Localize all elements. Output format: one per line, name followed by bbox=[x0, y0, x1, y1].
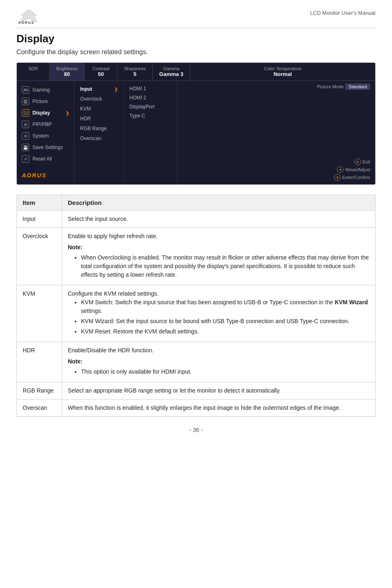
page-number: - 36 - bbox=[189, 427, 203, 433]
table-row: HDR Enable/Disable the HDR function. Not… bbox=[17, 342, 376, 382]
picture-mode-label: Picture Mode bbox=[317, 84, 344, 89]
move-icon: ⊕ bbox=[337, 166, 344, 173]
table-row: KVM Configure the KVM related settings. … bbox=[17, 285, 376, 342]
menu-item-reset[interactable]: ↺ Reset All bbox=[17, 153, 74, 165]
osd-tab-sdr[interactable]: SDR bbox=[17, 63, 50, 80]
osd-tab-brightness[interactable]: Brightness 80 bbox=[50, 63, 85, 80]
option-hdmi2[interactable]: HDMI 2 bbox=[124, 93, 177, 102]
picture-mode-value: Standard bbox=[345, 83, 370, 90]
display-arrow-icon bbox=[66, 111, 69, 115]
control-move: ⊕ Move/Adjust bbox=[337, 166, 370, 173]
osd-tab-color-temp[interactable]: Color Temperature Normal bbox=[190, 63, 375, 80]
gaming-icon: 🎮 bbox=[22, 86, 29, 94]
option-typec[interactable]: Type-C bbox=[124, 111, 177, 120]
picture-mode-bar: Picture Mode Standard bbox=[317, 83, 370, 90]
menu-item-picture[interactable]: 🖼 Picture bbox=[17, 96, 74, 107]
submenu-label-input: Input bbox=[80, 86, 92, 92]
aorus-logo: AORUS bbox=[16, 8, 41, 25]
osd-content: 🎮 Gaming 🖼 Picture ⬛ Display ⊞ PIP/PBP ⚙… bbox=[17, 81, 375, 184]
menu-item-pip[interactable]: ⊞ PIP/PBP bbox=[17, 119, 74, 130]
submenu-hdr[interactable]: HDR bbox=[74, 114, 123, 124]
overclock-note: Note: bbox=[68, 243, 369, 252]
control-move-label: Move/Adjust bbox=[345, 167, 370, 172]
menu-label-display: Display bbox=[32, 110, 50, 116]
menu-label-system: System bbox=[32, 133, 49, 139]
row-item-input: Input bbox=[17, 211, 62, 228]
table-row: Input Select the input source. bbox=[17, 211, 376, 228]
reset-icon: ↺ bbox=[22, 155, 29, 163]
logo-area: AORUS bbox=[16, 8, 41, 25]
page-header: AORUS LCD Monitor User's Manual bbox=[16, 8, 376, 28]
row-desc-hdr: Enable/Disable the HDR function. Note: T… bbox=[62, 342, 376, 382]
submenu-label-rgb-range: RGB Range bbox=[80, 126, 107, 131]
osd-tabs-bar: SDR Brightness 80 Contrast 50 Sharpness … bbox=[17, 63, 375, 81]
list-item: KVM Reset: Restore the KVM default setti… bbox=[81, 327, 369, 336]
menu-label-reset: Reset All bbox=[32, 156, 52, 162]
option-hdmi1[interactable]: HDMI 1 bbox=[124, 84, 177, 93]
control-enter: ⊕ Enter/Confirm bbox=[334, 174, 370, 181]
row-item-kvm: KVM bbox=[17, 285, 62, 342]
submenu-input[interactable]: Input bbox=[74, 84, 123, 94]
manual-title-text: LCD Monitor User's Manual bbox=[310, 8, 376, 16]
osd-tab-sharpness[interactable]: Sharpness 5 bbox=[118, 63, 153, 80]
osd-box: SDR Brightness 80 Contrast 50 Sharpness … bbox=[16, 62, 376, 185]
submenu-overclock[interactable]: Overclock bbox=[74, 94, 123, 104]
row-desc-kvm: Configure the KVM related settings. KVM … bbox=[62, 285, 376, 342]
hdr-bullets: This option is only available for HDMI i… bbox=[68, 368, 369, 376]
row-item-overscan: Overscan bbox=[17, 400, 62, 417]
picture-icon: 🖼 bbox=[22, 98, 29, 105]
table-row: Overclock Enable to apply higher refresh… bbox=[17, 228, 376, 285]
osd-menu: 🎮 Gaming 🖼 Picture ⬛ Display ⊞ PIP/PBP ⚙… bbox=[17, 81, 74, 184]
menu-label-picture: Picture bbox=[32, 99, 48, 104]
submenu-input-arrow-icon bbox=[114, 86, 118, 92]
save-icon: 💾 bbox=[22, 144, 29, 151]
svg-text:AORUS: AORUS bbox=[18, 21, 35, 25]
row-item-hdr: HDR bbox=[17, 342, 62, 382]
display-icon: ⬛ bbox=[22, 109, 29, 117]
hdr-note: Note: bbox=[68, 357, 369, 366]
submenu-kvm[interactable]: KVM bbox=[74, 104, 123, 114]
kvm-bullets: KVM Switch: Switch the input source that… bbox=[68, 298, 369, 336]
option-displayport[interactable]: DisplayPort bbox=[124, 102, 177, 111]
menu-label-save: Save Settings bbox=[32, 145, 63, 150]
option-label-hdmi2: HDMI 2 bbox=[129, 95, 146, 101]
pip-icon: ⊞ bbox=[22, 121, 29, 128]
col-header-item: Item bbox=[17, 195, 62, 211]
osd-options: HDMI 1 HDMI 2 DisplayPort Type-C bbox=[124, 81, 177, 184]
row-item-rgb-range: RGB Range bbox=[17, 382, 62, 400]
osd-picture-mode-area: Picture Mode Standard bbox=[177, 81, 375, 96]
enter-icon: ⊕ bbox=[334, 174, 341, 181]
submenu-rgb-range[interactable]: RGB Range bbox=[74, 124, 123, 133]
osd-submenu: Input Overclock KVM HDR RGB Range Oversc… bbox=[74, 81, 124, 184]
row-item-overclock: Overclock bbox=[17, 228, 62, 285]
submenu-label-hdr: HDR bbox=[80, 116, 91, 122]
menu-item-system[interactable]: ⚙ System bbox=[17, 130, 74, 142]
list-item: KVM Wizard: Set the input source to be b… bbox=[81, 317, 369, 326]
submenu-overscan[interactable]: Overscan bbox=[74, 133, 123, 143]
menu-item-save[interactable]: 💾 Save Settings bbox=[17, 142, 74, 153]
row-desc-overclock: Enable to apply higher refresh rate. Not… bbox=[62, 228, 376, 285]
list-item: KVM Switch: Switch the input source that… bbox=[81, 298, 369, 315]
page-footer: - 36 - bbox=[16, 427, 376, 433]
menu-item-display[interactable]: ⬛ Display bbox=[17, 107, 74, 119]
osd-controls-area: ⊕ Exit ⊕ Move/Adjust ⊕ Enter/Confirm bbox=[177, 96, 375, 184]
page-title: Display bbox=[16, 32, 376, 45]
osd-tab-gamma[interactable]: Gamma Gamma 3 bbox=[153, 63, 191, 80]
submenu-label-kvm: KVM bbox=[80, 106, 91, 112]
menu-label-gaming: Gaming bbox=[32, 87, 50, 93]
osd-tab-contrast[interactable]: Contrast 50 bbox=[85, 63, 118, 80]
menu-item-gaming[interactable]: 🎮 Gaming bbox=[17, 84, 74, 96]
row-desc-overscan: When this function is enabled, it slight… bbox=[62, 400, 376, 417]
menu-label-pip: PIP/PBP bbox=[32, 122, 52, 127]
option-label-hdmi1: HDMI 1 bbox=[129, 86, 146, 92]
description-table: Item Description Input Select the input … bbox=[16, 195, 376, 417]
row-desc-rgb-range: Select an appropriate RGB range setting … bbox=[62, 382, 376, 400]
row-desc-input: Select the input source. bbox=[62, 211, 376, 228]
control-exit: ⊕ Exit bbox=[355, 158, 370, 165]
osd-right-panel: Picture Mode Standard ⊕ Exit ⊕ Move/Adju… bbox=[177, 81, 375, 184]
control-enter-label: Enter/Confirm bbox=[342, 175, 370, 180]
page-subtitle: Configure the display screen related set… bbox=[16, 48, 376, 56]
table-row: RGB Range Select an appropriate RGB rang… bbox=[17, 382, 376, 400]
exit-icon: ⊕ bbox=[355, 158, 361, 165]
table-row: Overscan When this function is enabled, … bbox=[17, 400, 376, 417]
